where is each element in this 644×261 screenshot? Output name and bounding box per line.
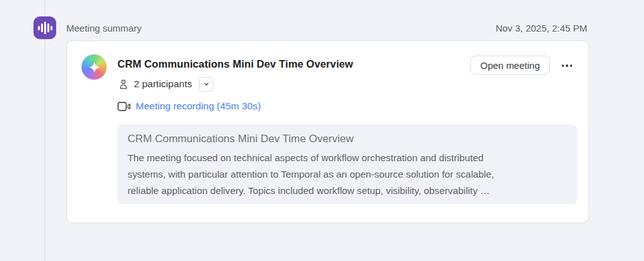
- chevron-down-icon: [203, 80, 210, 88]
- summary-body-line: reliable application delivery. Topics in…: [128, 183, 567, 199]
- more-options-button[interactable]: [557, 58, 577, 73]
- sparkle-star-icon: [87, 60, 102, 75]
- waveform-icon: [33, 16, 56, 39]
- participants-expand-button[interactable]: [199, 77, 213, 92]
- meeting-card: CRM Communications Mini Dev Time Overvie…: [66, 40, 589, 223]
- recording-row: Meeting recording (45m 30s): [117, 99, 261, 113]
- video-camera-icon: [117, 101, 131, 112]
- timestamp: Nov 3, 2025, 2:45 PM: [496, 23, 587, 33]
- ellipsis-icon: [562, 64, 564, 67]
- ai-sparkle-icon: [81, 54, 107, 80]
- summary-body-line: systems, with particular attention to Te…: [128, 166, 567, 183]
- summary-body-line: The meeting focused on technical aspects…: [128, 150, 567, 166]
- meeting-recording-link[interactable]: Meeting recording (45m 30s): [136, 100, 261, 112]
- participants-count: 2 participants: [134, 78, 192, 90]
- event-title: Meeting summary: [66, 23, 141, 33]
- meeting-summary-panel: Meeting summary Nov 3, 2025, 2:45 PM CRM…: [0, 0, 644, 261]
- person-icon: [117, 78, 129, 90]
- meeting-title: CRM Communications Mini Dev Time Overvie…: [117, 58, 353, 70]
- summary-box: CRM Communications Mini Dev Time Overvie…: [117, 124, 577, 204]
- participants-row: 2 participants: [117, 76, 213, 92]
- summary-heading: CRM Communications Mini Dev Time Overvie…: [128, 133, 567, 145]
- open-meeting-button[interactable]: Open meeting: [470, 56, 550, 75]
